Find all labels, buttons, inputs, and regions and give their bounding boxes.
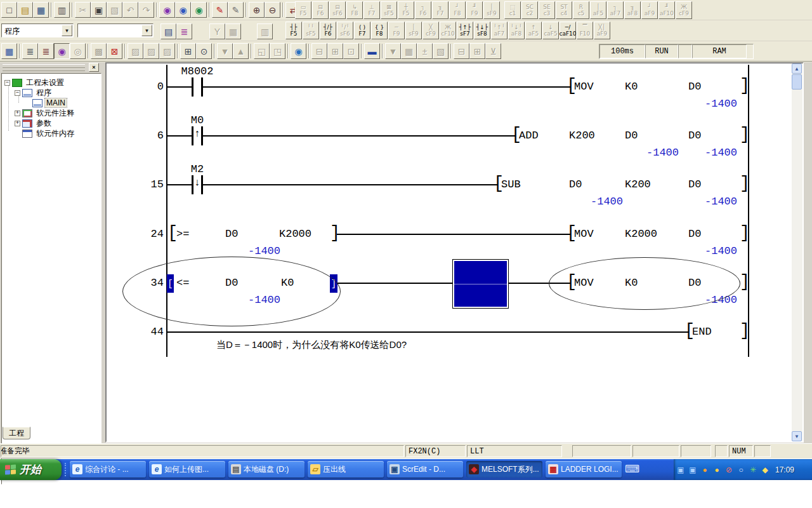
chevron-down-icon[interactable]: ▼ [141, 25, 152, 36]
ladder-symbol-aF7-button[interactable]: ┐aF7 [607, 1, 624, 19]
ladder-symbol-cF9-button[interactable]: ЖcF9 [676, 1, 692, 19]
ladder-symbol-F5-button[interactable]: ┼F5 [398, 1, 414, 19]
ladder-symbol-sF8-button[interactable]: ┤↓├sF8 [474, 22, 490, 39]
tree-item-param[interactable]: +参数 [15, 118, 53, 128]
cut-button[interactable]: ✂ [75, 2, 91, 18]
scroll-thumb[interactable] [792, 74, 802, 90]
tree-item-project[interactable]: −工程未设置 [4, 77, 65, 88]
ladder-symbol-caF10-button[interactable]: ─/caF10 [560, 22, 576, 39]
expand-icon[interactable]: + [15, 110, 20, 116]
taskbar-task-ie[interactable]: e如何上传图... [149, 461, 225, 478]
collapse-icon[interactable]: − [4, 80, 10, 86]
device-monitor-button[interactable]: ▬ [364, 43, 380, 59]
tray-qq-icon[interactable]: ● [712, 465, 722, 475]
ladder-symbol-F10-button[interactable]: ▔F10 [577, 22, 593, 39]
new-file-button[interactable]: □ [1, 2, 17, 18]
ladder-symbol-sF9-button[interactable]: │sF9 [483, 1, 500, 19]
ladder-symbol-aF5-button[interactable]: │aF5 [590, 1, 606, 19]
close-panel-button[interactable]: × [89, 63, 99, 72]
device-edit-button[interactable]: ✎ [228, 2, 244, 18]
tray-network1-icon[interactable]: ▣ [676, 465, 686, 475]
comment2-button[interactable]: ⊞ [327, 43, 343, 59]
delete-stamp-button[interactable]: ⊠ [107, 43, 122, 59]
undo-button[interactable]: ↶ [122, 2, 138, 18]
zoom-out-button[interactable]: ⊖ [265, 2, 280, 18]
expand-contract-button[interactable]: ≣ [22, 43, 38, 59]
ladder-symbol-sF6-button[interactable]: ⊟sF6 [329, 1, 346, 19]
note-button[interactable]: ▦ [225, 23, 241, 39]
program-type-combo[interactable]: 程序 ▼ [1, 23, 74, 37]
ladder-symbol-F6-button[interactable]: ┐F6 [415, 1, 431, 19]
device-search-combo[interactable]: ▼ [77, 23, 154, 37]
ladder-symbol-F9-button[interactable]: ╜F9 [466, 1, 483, 19]
ladder-symbol-sF5-button[interactable]: ╵╵sF5 [303, 22, 319, 39]
ladder-symbol-F7-button[interactable]: ╖F7 [432, 1, 449, 19]
taskbar-task-disk[interactable]: ▤本地磁盘 (D:) [228, 461, 304, 478]
ladder-symbol-c3-button[interactable]: SEc3 [539, 1, 555, 19]
ladder-symbol-c5-button[interactable]: Rc5 [573, 1, 589, 19]
ladder-symbol-c2-button[interactable]: SCc2 [521, 1, 538, 19]
comment1-button[interactable]: ⊟ [311, 43, 327, 59]
ladder-symbol-F9-button[interactable]: ─F9 [388, 22, 405, 39]
ladder-symbol-aF7-button[interactable]: ╵↑╵aF7 [491, 22, 508, 39]
expand-icon[interactable]: + [15, 121, 20, 126]
error-jump-button[interactable]: ± [417, 43, 433, 59]
watch-button[interactable]: ⊙ [196, 43, 212, 59]
project-data-list-button[interactable]: ≣ [176, 23, 192, 39]
ladder-canvas[interactable]: 0M8002[]MOVK0D0-14006M0↑[]ADDK200D0D0-14… [107, 64, 792, 441]
project-tab[interactable]: 工程 [3, 427, 30, 439]
paste-button[interactable]: ▧ [107, 2, 122, 18]
ladder-symbol-cF9-button[interactable]: ╳cF9 [422, 22, 439, 39]
scroll-up-icon[interactable]: ▲ [792, 64, 802, 74]
stamp-button[interactable]: ▩ [91, 43, 107, 59]
vertical-scrollbar[interactable]: ▲ ▼ [792, 64, 802, 441]
edit2-button[interactable]: ▨ [143, 43, 159, 59]
down1-button[interactable]: ▼ [385, 43, 401, 59]
write-mode-button[interactable]: ◎ [70, 43, 86, 59]
ladder-symbol-c1-button[interactable]: ⬚c1 [504, 1, 521, 19]
monitor-start-button[interactable]: ◉ [291, 43, 306, 59]
tray-volume-muted-icon[interactable]: ⊘ [724, 465, 734, 475]
zoom-in-button[interactable]: ⊕ [249, 2, 265, 18]
ladder-symbol-aF8-button[interactable]: ╵↓╵aF8 [508, 22, 525, 39]
tree-item-comment[interactable]: +软元件注释 [15, 108, 75, 118]
ladder-symbol-F6-button[interactable]: ┤/├F6 [320, 22, 336, 39]
device-comment-button[interactable]: ▥ [257, 23, 273, 39]
ladder-symbol-aF8-button[interactable]: ╖aF8 [624, 1, 641, 19]
print-button[interactable]: ▥ [54, 2, 70, 18]
insert-row-button[interactable]: ▼ [217, 43, 233, 59]
pair1-button[interactable]: ▦ [401, 43, 417, 59]
edit1-button[interactable]: ▨ [128, 43, 143, 59]
taskbar-task-melsoft[interactable]: ◆MELSOFT系列... [466, 461, 542, 478]
edit-cursor-box[interactable] [452, 259, 509, 309]
find-string-button[interactable]: ◉ [191, 2, 207, 18]
grid-button[interactable]: ⊞ [180, 43, 196, 59]
start-button[interactable]: 开始 [0, 459, 62, 480]
collapse-icon[interactable]: − [15, 90, 20, 96]
ladder-symbol-F8-button[interactable]: ┘F8 [449, 1, 466, 19]
ladder-symbol-F7-button[interactable]: ⊥F7 [363, 1, 380, 19]
ladder-symbol-aF9-button[interactable]: ╳│aF9 [594, 22, 610, 39]
delete-row-button[interactable]: ▲ [233, 43, 249, 59]
ladder-symbol-sF7-button[interactable]: ┤↑├sF7 [457, 22, 473, 39]
taskbar-task-ie[interactable]: e综合讨论 - ... [70, 461, 146, 478]
ladder-symbol-sF5-button[interactable]: ⊠sF5 [381, 1, 397, 19]
ladder-symbol-cF10-button[interactable]: ЖcF10 [440, 22, 456, 39]
tray-search-icon[interactable]: ○ [736, 465, 746, 475]
find-window-button[interactable]: ▤ [160, 23, 176, 39]
tray-update-icon[interactable]: ● [700, 465, 710, 475]
open-file-button[interactable]: ▤ [17, 2, 33, 18]
ladder-symbol-F6-button[interactable]: ⊟F6 [312, 1, 329, 19]
copy-button[interactable]: ▣ [91, 2, 107, 18]
tree-item-program[interactable]: −程序 [15, 88, 53, 98]
ladder-symbol-F7-button[interactable]: ( )F7 [354, 22, 370, 39]
taskbar-task-folder[interactable]: ▱压出线 [308, 461, 384, 478]
ladder-edit-button[interactable]: ✎ [212, 2, 228, 18]
ladder-window-button[interactable]: ▦ [1, 43, 17, 59]
ladder-symbol-caF5-button[interactable]: ↓caF5 [542, 22, 559, 39]
list-mode-button[interactable]: ≣ [38, 43, 54, 59]
block2-button[interactable]: ⊞ [469, 43, 485, 59]
panel-grip2[interactable] [3, 68, 85, 71]
taskbar-task-ladder[interactable]: ▦LADDER LOGI... [546, 461, 622, 478]
statement-button[interactable]: Y [209, 23, 225, 39]
